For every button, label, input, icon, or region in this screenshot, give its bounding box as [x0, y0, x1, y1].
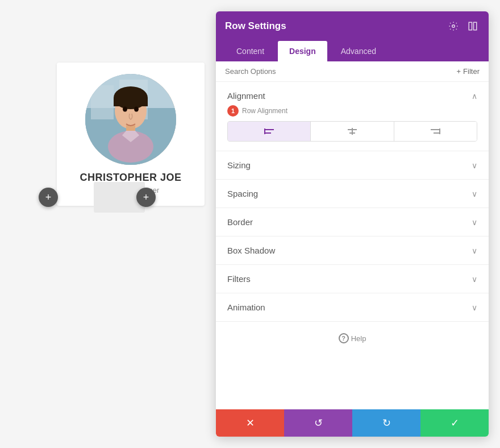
section-border-header[interactable]: Border ∨	[216, 208, 489, 236]
tab-content[interactable]: Content	[225, 41, 276, 61]
filter-label: Filter	[463, 67, 480, 76]
section-border: Border ∨	[216, 208, 489, 237]
section-alignment: Alignment ∧ 1 Row Alignment	[216, 82, 489, 151]
row-alignment-text: Row Alignment	[242, 107, 288, 115]
add-right-button[interactable]: +	[136, 188, 156, 207]
settings-panel: Row Settings Content Design Advanced	[216, 11, 489, 437]
section-box-shadow-header[interactable]: Box Shadow ∨	[216, 237, 489, 264]
undo-button[interactable]: ↺	[284, 409, 352, 437]
save-button[interactable]: ✓	[420, 409, 489, 437]
svg-point-11	[134, 107, 139, 112]
help-label: Help	[351, 334, 366, 343]
panel-title: Row Settings	[225, 20, 286, 32]
search-bar: + Filter	[216, 61, 489, 82]
help-icon: ?	[339, 333, 349, 343]
profile-photo	[85, 74, 176, 165]
svg-point-10	[123, 107, 127, 112]
align-left-option[interactable]	[228, 122, 311, 141]
svg-rect-13	[469, 22, 472, 30]
chevron-down-filters-icon: ∨	[472, 275, 477, 284]
section-filters-title: Filters	[227, 274, 251, 284]
chevron-down-border-icon: ∨	[472, 218, 477, 227]
chevron-up-icon: ∧	[472, 92, 477, 101]
tab-advanced[interactable]: Advanced	[330, 41, 388, 61]
help-link[interactable]: ? Help	[227, 333, 477, 343]
panel-header: Row Settings	[216, 11, 489, 41]
panel-footer: ✕ ↺ ↻ ✓	[216, 409, 489, 437]
row-alignment-label: 1 Row Alignment	[227, 105, 477, 117]
alignment-options	[227, 121, 477, 142]
align-right-icon	[430, 127, 441, 135]
cancel-button[interactable]: ✕	[216, 409, 284, 437]
section-animation-title: Animation	[227, 302, 265, 312]
redo-button[interactable]: ↻	[352, 409, 420, 437]
section-alignment-header[interactable]: Alignment ∧	[216, 82, 489, 105]
panel-header-icons	[447, 19, 480, 33]
section-spacing-title: Spacing	[227, 189, 258, 198]
section-spacing-header[interactable]: Spacing ∨	[216, 180, 489, 208]
add-left-button[interactable]: +	[39, 188, 58, 207]
section-sizing: Sizing ∨	[216, 151, 489, 180]
chevron-down-sizing-icon: ∨	[472, 161, 477, 170]
columns-icon[interactable]	[466, 19, 480, 33]
chevron-down-animation-icon: ∨	[472, 303, 477, 312]
section-animation-header[interactable]: Animation ∨	[216, 293, 489, 321]
section-box-shadow-title: Box Shadow	[227, 246, 275, 255]
chevron-down-spacing-icon: ∨	[472, 189, 477, 198]
search-input[interactable]	[225, 67, 457, 76]
settings-icon[interactable]	[447, 19, 460, 33]
section-alignment-body: 1 Row Alignment	[216, 105, 489, 151]
section-alignment-title: Alignment	[227, 91, 265, 101]
align-right-option[interactable]	[394, 122, 477, 141]
svg-rect-6	[114, 98, 148, 106]
step-badge-1: 1	[227, 105, 239, 117]
align-center-icon	[347, 127, 358, 135]
align-center-option[interactable]	[311, 122, 394, 141]
help-section: ? Help	[216, 322, 489, 355]
filter-plus-icon: +	[457, 67, 461, 76]
section-filters: Filters ∨	[216, 265, 489, 293]
svg-rect-14	[474, 22, 477, 30]
panel-content: Alignment ∧ 1 Row Alignment	[216, 82, 489, 409]
section-box-shadow: Box Shadow ∨	[216, 237, 489, 265]
panel-tabs: Content Design Advanced	[216, 41, 489, 61]
tab-design[interactable]: Design	[278, 41, 327, 61]
section-sizing-header[interactable]: Sizing ∨	[216, 151, 489, 179]
section-spacing: Spacing ∨	[216, 180, 489, 208]
align-left-icon	[264, 127, 275, 135]
chevron-down-boxshadow-icon: ∨	[472, 246, 477, 255]
section-animation: Animation ∨	[216, 293, 489, 322]
section-border-title: Border	[227, 217, 253, 227]
svg-point-12	[452, 25, 455, 28]
section-filters-header[interactable]: Filters ∨	[216, 265, 489, 293]
filter-button[interactable]: + Filter	[457, 67, 480, 76]
section-sizing-title: Sizing	[227, 160, 251, 170]
svg-rect-2	[91, 85, 114, 119]
